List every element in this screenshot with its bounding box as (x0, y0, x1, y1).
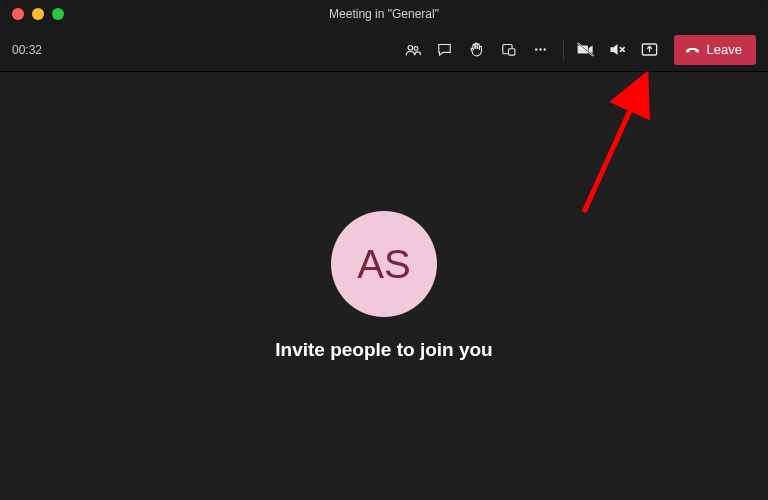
leave-label: Leave (707, 42, 742, 57)
meeting-toolbar: 00:32 (0, 28, 768, 72)
camera-off-icon (576, 40, 595, 59)
svg-point-6 (544, 48, 546, 50)
window-title: Meeting in "General" (0, 7, 768, 21)
participant-avatar: AS (331, 211, 437, 317)
share-tray-icon (640, 40, 659, 59)
hand-icon (468, 41, 485, 58)
svg-point-5 (539, 48, 541, 50)
window-titlebar: Meeting in "General" (0, 0, 768, 28)
svg-point-4 (535, 48, 537, 50)
chat-button[interactable] (429, 34, 461, 66)
speaker-off-icon (608, 40, 627, 59)
people-icon (404, 41, 422, 59)
zoom-window-button[interactable] (52, 8, 64, 20)
meeting-stage: AS Invite people to join you (0, 72, 768, 500)
svg-line-12 (584, 84, 642, 212)
toolbar-divider (563, 39, 564, 61)
share-screen-button[interactable] (634, 34, 666, 66)
close-window-button[interactable] (12, 8, 24, 20)
raise-hand-button[interactable] (461, 34, 493, 66)
camera-toggle-button[interactable] (570, 34, 602, 66)
svg-rect-3 (509, 49, 515, 55)
avatar-initials: AS (357, 242, 410, 287)
audio-toggle-button[interactable] (602, 34, 634, 66)
ellipsis-icon (532, 41, 549, 58)
meeting-timer: 00:32 (12, 43, 42, 57)
invite-message: Invite people to join you (275, 339, 492, 361)
rooms-button[interactable] (493, 34, 525, 66)
breakout-rooms-icon (500, 41, 517, 58)
chat-icon (436, 41, 453, 58)
more-actions-button[interactable] (525, 34, 557, 66)
leave-button[interactable]: Leave (674, 35, 756, 65)
hangup-icon (684, 41, 701, 58)
svg-point-1 (414, 46, 418, 50)
minimize-window-button[interactable] (32, 8, 44, 20)
svg-point-0 (408, 45, 413, 50)
participants-button[interactable] (397, 34, 429, 66)
window-controls[interactable] (0, 8, 64, 20)
